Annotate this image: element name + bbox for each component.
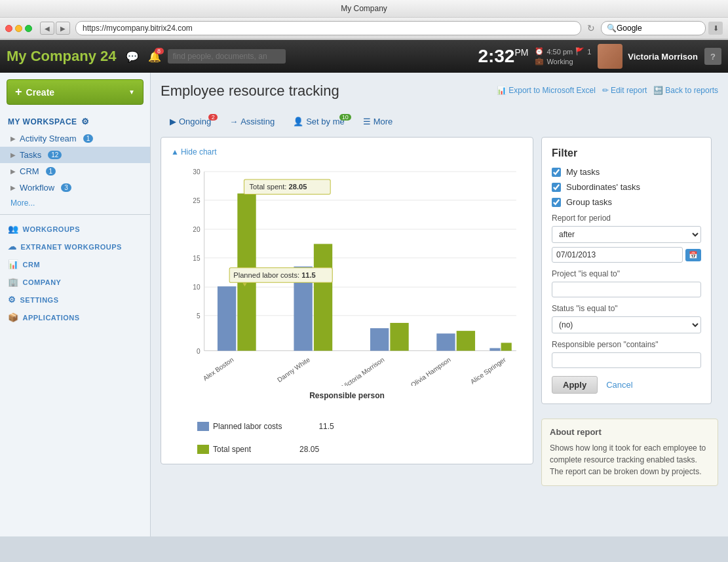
group-tasks-label: Group tasks (566, 197, 612, 207)
gear-icon[interactable]: ⚙ (81, 117, 90, 126)
chart-col: ▲ Hide chart 30 (161, 137, 533, 486)
chat-icon[interactable]: 💬 (123, 48, 142, 66)
refresh-button[interactable]: ↻ (584, 22, 598, 35)
tab-assisting-label: Assisting (240, 117, 275, 126)
subordinates-checkbox[interactable] (552, 183, 561, 192)
date-input[interactable] (552, 247, 683, 263)
crm-icon: 📊 (8, 259, 19, 269)
applications-icon: 📦 (8, 312, 19, 322)
help-icon: ? (710, 52, 716, 62)
sidebar-item-label: Workflow (20, 183, 54, 193)
filter-subordinates: Subordinates' tasks (552, 182, 701, 192)
legend-spent-label: Total spent (213, 445, 251, 454)
about-title: About report (550, 427, 710, 437)
avatar[interactable] (598, 44, 623, 69)
forward-button[interactable]: ▶ (56, 22, 70, 35)
sidebar-settings[interactable]: ⚙ SETTINGS (0, 290, 150, 307)
cancel-label: Cancel (606, 380, 632, 390)
close-traffic-light[interactable] (5, 25, 12, 32)
notify-badge: 8 (155, 48, 164, 54)
filter-title: Filter (552, 147, 701, 159)
tab-setbyme[interactable]: 👤 Set by me 10 (284, 113, 354, 130)
sidebar-item-activity-stream[interactable]: ▶ Activity Stream 1 (0, 130, 150, 147)
cancel-button[interactable]: Cancel (603, 376, 636, 394)
svg-text:25: 25 (193, 197, 201, 204)
responsible-label: Responsible person "contains" (552, 340, 701, 349)
company-label: COMPANY (23, 278, 62, 286)
edit-icon: ✏ (602, 86, 609, 95)
legend-planned-color (197, 422, 209, 431)
more-link[interactable]: More... (0, 196, 150, 210)
svg-text:0: 0 (197, 348, 201, 355)
browser-search[interactable]: 🔍 Google (601, 21, 706, 35)
notification-bell[interactable]: 🔔 8 (148, 50, 161, 63)
sidebar-item-crm[interactable]: ▶ CRM 1 (0, 163, 150, 179)
subordinates-label: Subordinates' tasks (566, 182, 640, 192)
group-tasks-checkbox[interactable] (552, 198, 561, 207)
responsible-input[interactable] (552, 352, 701, 368)
filter-panel: Filter My tasks Subordinates' tasks Grou… (541, 137, 712, 404)
sidebar-item-label: Activity Stream (20, 134, 77, 143)
tab-more[interactable]: ☰ More (354, 113, 402, 130)
status-select[interactable]: (no) (552, 316, 701, 333)
status-flag: 1 (587, 48, 591, 56)
chart-container: ▲ Hide chart 30 (161, 137, 533, 464)
help-button[interactable]: ? (704, 48, 721, 65)
hide-chart-icon: ▲ (171, 147, 179, 157)
status-time: 4:50 pm (546, 48, 573, 56)
time-display: 2:32 (478, 46, 514, 66)
create-button[interactable]: + Create ▼ (7, 79, 144, 105)
browser-chrome: My Company ◀ ▶ https://mycompany.bitrix2… (0, 0, 728, 40)
chart-legend-2: Total spent 28.05 (171, 441, 523, 454)
export-link[interactable]: 📊 Export to Microsoft Excel (497, 86, 596, 95)
period-select[interactable]: after (552, 226, 701, 243)
svg-text:5: 5 (197, 312, 201, 320)
svg-text:15: 15 (193, 255, 201, 262)
app-logo: My Company 24 (7, 48, 117, 65)
maximize-traffic-light[interactable] (25, 25, 32, 32)
sidebar-item-tasks[interactable]: ▶ Tasks 12 (0, 147, 150, 163)
edit-link[interactable]: ✏ Edit report (602, 86, 647, 95)
bar-planned-2 (370, 328, 389, 350)
workgroups-label: WORKGROUPS (23, 225, 81, 233)
hide-chart-toggle[interactable]: ▲ Hide chart (171, 147, 523, 157)
applications-label: APPLICATIONS (23, 314, 80, 322)
sidebar-extranet[interactable]: ☁ EXTRANET WORKGROUPS (0, 236, 150, 254)
back-button[interactable]: ◀ (40, 22, 54, 35)
activity-badge: 1 (83, 134, 94, 143)
minimize-traffic-light[interactable] (15, 25, 22, 32)
date-picker-button[interactable]: 📅 (685, 249, 701, 261)
url-bar[interactable]: https://mycompany.bitrix24.com (75, 21, 581, 35)
my-tasks-checkbox[interactable] (552, 168, 561, 177)
sidebar-crm[interactable]: 📊 CRM (0, 254, 150, 272)
tab-ongoing[interactable]: ▶ Ongoing 2 (161, 113, 220, 130)
back-label: Back to reports (665, 86, 718, 95)
filter-date-row: 📅 (552, 247, 701, 263)
arrow-icon: ▶ (10, 168, 16, 175)
bar-spent-4 (501, 343, 512, 350)
content-area: Employee resource tracking 📊 Export to M… (151, 73, 728, 536)
sidebar-workgroups[interactable]: 👥 WORKGROUPS (0, 219, 150, 236)
create-plus-icon: + (15, 85, 22, 99)
status-row-2: 💼 Working (535, 57, 591, 66)
header-search-input[interactable] (168, 49, 286, 64)
sidebar-company[interactable]: 🏢 COMPANY (0, 272, 150, 290)
chart-area: 30 25 20 15 10 (171, 163, 523, 412)
download-button[interactable]: ⬇ (708, 22, 723, 35)
about-text: Shows how long it took for each employee… (550, 442, 710, 478)
apply-button[interactable]: Apply (552, 376, 598, 394)
project-input[interactable] (552, 282, 701, 297)
back-link[interactable]: 🔙 Back to reports (653, 86, 718, 95)
back-icon: 🔙 (653, 86, 663, 95)
my-tasks-label: My tasks (566, 167, 600, 177)
svg-text:Alex Boston: Alex Boston (202, 356, 235, 382)
my-workspace-header: MY WORKSPACE ⚙ (0, 113, 150, 130)
sidebar-item-workflow[interactable]: ▶ Workflow 3 (0, 179, 150, 196)
sidebar-applications[interactable]: 📦 APPLICATIONS (0, 307, 150, 325)
export-label: Export to Microsoft Excel (508, 86, 596, 95)
right-panel: Filter My tasks Subordinates' tasks Grou… (541, 137, 718, 486)
tasks-badge: 12 (48, 151, 62, 159)
sidebar: + Create ▼ MY WORKSPACE ⚙ ▶ Activity Str… (0, 73, 151, 536)
project-label: Project "is equal to" (552, 269, 701, 278)
tab-assisting[interactable]: → Assisting (220, 113, 284, 130)
